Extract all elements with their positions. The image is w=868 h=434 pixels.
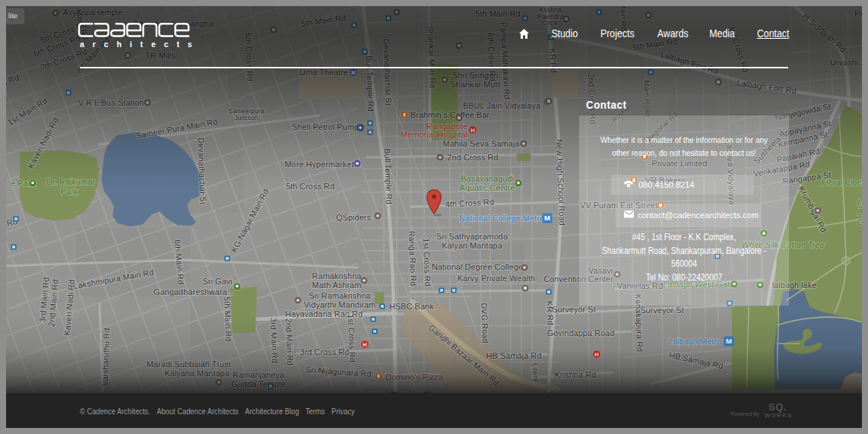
svg-text:Vidyarthi Mandiram: Vidyarthi Mandiram bbox=[304, 300, 376, 309]
svg-text:Lal: Lal bbox=[857, 198, 862, 207]
svg-text:1st Cross Rd: 1st Cross Rd bbox=[422, 238, 432, 287]
svg-text:Bot: Bot bbox=[857, 208, 862, 217]
svg-text:Sri Gavi: Sri Gavi bbox=[202, 277, 232, 286]
svg-text:Ramakrishna: Ramakrishna bbox=[312, 271, 363, 280]
svg-text:National Degree College: National Degree College bbox=[432, 262, 523, 271]
svg-text:Gangadhareshwara...: Gangadhareshwara... bbox=[154, 287, 234, 296]
svg-text:National College Metro: National College Metro bbox=[459, 214, 544, 223]
svg-text:Sri Ramakrishna: Sri Ramakrishna bbox=[309, 291, 371, 300]
svg-text:HSBC Bank: HSBC Bank bbox=[389, 302, 434, 311]
svg-text:Ranga Rao Rd: Ranga Rao Rd bbox=[407, 230, 419, 286]
svg-text:M: M bbox=[544, 214, 550, 222]
svg-text:Karvy Private Wealth: Karvy Private Wealth bbox=[458, 274, 536, 283]
svg-text:Sri Sathyapramoda: Sri Sathyapramoda bbox=[436, 232, 508, 241]
svg-text:Math Ashram: Math Ashram bbox=[312, 280, 362, 290]
svg-text:Kalyan Mantapa: Kalyan Mantapa bbox=[442, 241, 502, 250]
svg-text:architects: architects bbox=[80, 40, 201, 49]
svg-text:QSpiders: QSpiders bbox=[336, 213, 371, 222]
svg-text:Gar: Gar bbox=[857, 218, 862, 227]
